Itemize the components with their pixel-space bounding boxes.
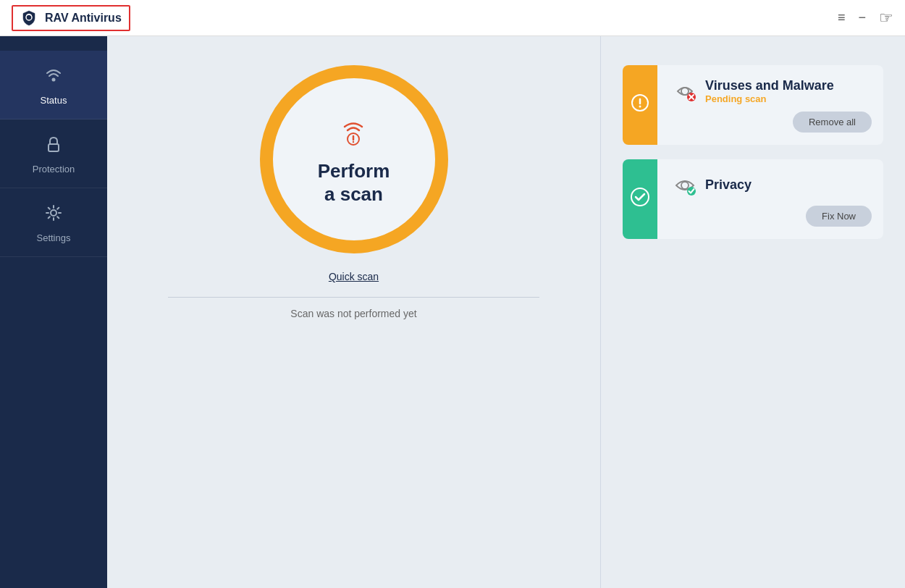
svg-point-16 xyxy=(681,182,689,189)
content-area: Performa scan Quick scan Scan was not pe… xyxy=(107,36,905,588)
scan-divider xyxy=(168,297,539,298)
privacy-card-body: Privacy Fix Now xyxy=(657,161,883,238)
sidebar-item-protection[interactable]: Protection xyxy=(0,119,107,188)
menu-button[interactable]: ≡ xyxy=(838,10,846,25)
privacy-accent-icon xyxy=(629,186,651,212)
minimize-button[interactable]: − xyxy=(858,10,866,25)
viruses-title: Viruses and Malware xyxy=(705,78,834,93)
main-layout: Status Protection Settings xyxy=(0,36,905,588)
svg-rect-3 xyxy=(49,144,59,151)
sidebar-status-label: Status xyxy=(41,95,67,106)
title-bar: RAV Antivirus ≡ − ☞ xyxy=(0,0,905,36)
scan-status-text: Scan was not performed yet xyxy=(290,308,416,319)
viruses-subtitle: Pending scan xyxy=(705,93,834,104)
quick-scan-link[interactable]: Quick scan xyxy=(329,271,379,282)
viruses-card-header: Viruses and Malware Pending scan xyxy=(672,78,872,104)
status-panel: Viruses and Malware Pending scan Remove … xyxy=(601,36,905,588)
scan-main-text: Performa scan xyxy=(318,159,390,206)
scan-circle-content: Performa scan xyxy=(318,113,390,206)
svg-point-10 xyxy=(639,106,641,108)
svg-point-2 xyxy=(52,78,56,82)
sidebar: Status Protection Settings xyxy=(0,36,107,588)
viruses-card-body: Viruses and Malware Pending scan Remove … xyxy=(657,67,883,144)
viruses-title-group: Viruses and Malware Pending scan xyxy=(705,78,834,104)
svg-point-4 xyxy=(51,210,56,216)
sidebar-item-settings[interactable]: Settings xyxy=(0,188,107,257)
fix-now-button[interactable]: Fix Now xyxy=(806,206,872,227)
sidebar-protection-label: Protection xyxy=(33,164,75,175)
rav-logo-icon xyxy=(20,9,38,27)
privacy-scan-icon xyxy=(672,172,698,198)
scan-panel: Performa scan Quick scan Scan was not pe… xyxy=(107,36,601,588)
protection-icon xyxy=(42,133,65,159)
viruses-scan-icon xyxy=(672,78,698,104)
viruses-accent-icon xyxy=(630,93,650,117)
viruses-card: Viruses and Malware Pending scan Remove … xyxy=(623,65,883,145)
settings-icon xyxy=(42,201,65,228)
svg-point-11 xyxy=(681,88,689,95)
app-title-wrapper: RAV Antivirus xyxy=(12,5,130,31)
remove-all-button[interactable]: Remove all xyxy=(793,112,872,133)
sidebar-item-status[interactable]: Status xyxy=(0,51,107,119)
privacy-card-header: Privacy xyxy=(672,172,872,198)
cursor-icon: ☞ xyxy=(879,9,893,28)
privacy-title: Privacy xyxy=(705,177,752,193)
status-icon xyxy=(42,64,65,91)
window-controls: ≡ − ☞ xyxy=(838,9,893,28)
svg-point-15 xyxy=(631,188,649,206)
privacy-card: Privacy Fix Now xyxy=(623,159,883,239)
scan-alert-icon xyxy=(333,113,374,154)
scan-circle[interactable]: Performa scan xyxy=(260,65,448,253)
svg-point-7 xyxy=(353,140,354,142)
privacy-title-group: Privacy xyxy=(705,177,752,193)
viruses-accent xyxy=(623,65,657,145)
sidebar-settings-label: Settings xyxy=(37,232,71,243)
app-name: RAV Antivirus xyxy=(45,12,122,25)
privacy-accent xyxy=(623,159,657,239)
